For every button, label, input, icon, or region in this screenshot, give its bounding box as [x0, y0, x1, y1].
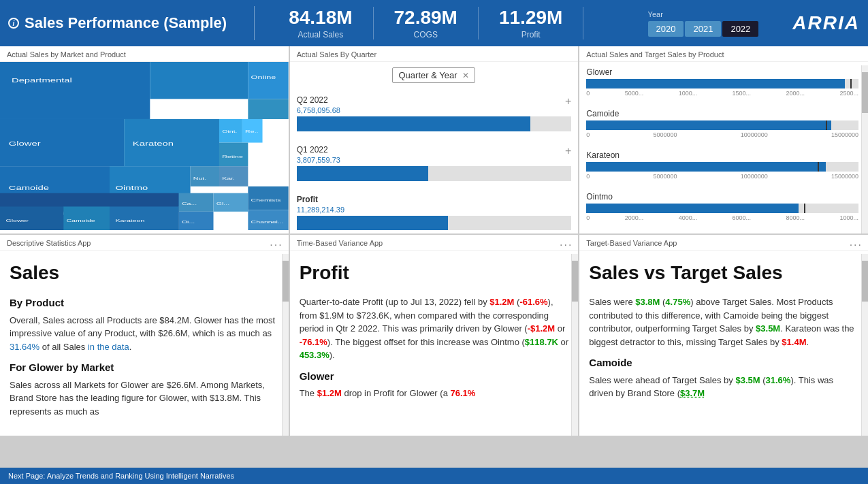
bar-q1-label: Q1 2022 — [297, 145, 572, 155]
bar-q1-fill — [297, 166, 429, 181]
footer: Next Page: Analyze Trends and Ranking Us… — [0, 468, 868, 484]
svg-rect-13 — [248, 99, 288, 119]
product-karateon-track — [586, 162, 858, 172]
descriptive-scroll-thumb — [283, 261, 289, 302]
profit-value: 11,289,214.39 — [297, 206, 572, 214]
treemap-panel: Actual Sales by Market and Product Depar… — [0, 46, 289, 233]
product-ointmo-track — [586, 204, 858, 213]
product-karateon-marker — [818, 162, 819, 172]
descriptive-heading: Sales — [10, 259, 279, 287]
bar-q1-track — [297, 166, 572, 181]
svg-text:Karateon: Karateon — [133, 141, 174, 148]
svg-text:Departmental: Departmental — [12, 77, 72, 84]
bar-q2-value: 6,758,095.68 — [297, 106, 572, 114]
product-chart-content: Glower 05000...1000...1500...2000...2500… — [579, 62, 868, 230]
profit-label: Profit — [297, 195, 572, 204]
descriptive-scrollbar[interactable] — [282, 254, 289, 436]
year-btn-2021[interactable]: 2021 — [685, 21, 721, 37]
bar-q1: Q1 2022 3,807,559.73 + — [297, 145, 572, 181]
variance-glower-para: The $1.2M drop in Profit for Glower (a 7… — [300, 387, 569, 400]
profit-fill — [297, 216, 448, 230]
product-glower-bar — [586, 79, 845, 88]
variance-menu-dots[interactable]: ··· — [560, 239, 573, 251]
product-karateon-name: Karateon — [586, 150, 858, 160]
target-camoide-para: Sales were ahead of Target Sales by $3.5… — [589, 374, 858, 400]
svg-rect-0 — [0, 62, 150, 119]
kpi-cogs-label: COGS — [414, 30, 438, 39]
product-karateon-axis: 050000001000000015000000 — [586, 173, 858, 180]
header: i Sales Performance (Sample) 84.18M Actu… — [0, 0, 868, 46]
kpi-profit: 11.29M Profit — [479, 7, 583, 39]
svg-text:Glower: Glower — [5, 218, 29, 223]
descriptive-panel: Descriptive Statistics App ··· Sales By … — [0, 235, 289, 436]
bar-q2-plus[interactable]: + — [565, 95, 571, 108]
target-para: Sales were $3.8M (4.75%) above Target Sa… — [589, 295, 858, 349]
quarter-filter-tag[interactable]: Quarter & Year ✕ — [392, 67, 475, 83]
quarter-chart-content: Quarter & Year ✕ Q2 2022 6,758,095.68 + — [290, 62, 579, 230]
svg-text:Karateon: Karateon — [115, 218, 144, 223]
descriptive-subheading1: By Product — [10, 295, 279, 311]
profit-track — [297, 216, 572, 230]
arria-logo: ARRIA — [792, 12, 860, 34]
variance-title: Time-Based Variance App — [290, 235, 579, 251]
product-camoide-track — [586, 120, 858, 130]
product-chart-panel: Actual Sales and Target Sales by Product… — [579, 46, 868, 233]
product-ointmo-bar — [586, 204, 799, 213]
product-ointmo-axis: 02000...4000...6000...8000...1000... — [586, 214, 858, 221]
descriptive-title: Descriptive Statistics App — [0, 235, 289, 251]
header-divider — [254, 6, 255, 40]
bar-q2: Q2 2022 6,758,095.68 + — [297, 95, 572, 131]
product-camoide-axis: 050000001000000015000000 — [586, 131, 858, 138]
product-karateon-bar — [586, 162, 826, 172]
descriptive-menu-dots[interactable]: ··· — [270, 239, 283, 251]
svg-text:Camoide: Camoide — [66, 218, 95, 223]
product-glower-marker — [850, 79, 852, 88]
target-title: Target-Based Variance App — [579, 235, 868, 251]
product-chart-title: Actual Sales and Target Sales by Product — [579, 46, 868, 62]
variance-panel: Time-Based Variance App ··· Profit Quart… — [290, 235, 579, 436]
variance-scrollbar[interactable] — [571, 254, 578, 436]
product-glower-track — [586, 79, 858, 88]
treemap-svg: Departmental Online Glower Karateon Oint… — [0, 62, 289, 230]
product-chart-scrollbar[interactable] — [861, 65, 868, 233]
svg-text:Glower: Glower — [9, 141, 41, 148]
kpi-sales-value: 84.18M — [289, 7, 352, 29]
footer-text: Next Page: Analyze Trends and Ranking Us… — [8, 472, 234, 480]
year-filter-label: Year — [648, 10, 759, 18]
year-btn-2022[interactable]: 2022 — [722, 21, 758, 37]
target-menu-dots[interactable]: ··· — [850, 239, 863, 251]
treemap-content: Departmental Online Glower Karateon Oint… — [0, 62, 289, 230]
profit-row: Profit 11,289,214.39 — [297, 195, 572, 230]
product-row-camoide: Camoide 050000001000000015000000 — [586, 109, 858, 138]
treemap-container: Departmental Online Glower Karateon Oint… — [0, 62, 289, 230]
target-heading: Sales vs Target Sales — [589, 259, 858, 287]
svg-text:Camoide: Camoide — [9, 184, 50, 191]
product-chart-scroll-thumb — [862, 72, 868, 113]
variance-content: Profit Quarter-to-date Profit (up to Jul… — [290, 251, 579, 432]
year-filter: Year 2020 2021 2022 — [648, 10, 759, 37]
target-panel: Target-Based Variance App ··· Sales vs T… — [579, 235, 868, 436]
descriptive-content: Sales By Product Overall, Sales across a… — [0, 251, 289, 432]
product-camoide-bar — [586, 120, 831, 130]
svg-rect-2 — [248, 62, 288, 99]
quarter-filter-label: Quarter & Year — [398, 70, 457, 80]
target-scroll-thumb — [862, 261, 868, 302]
target-scrollbar[interactable] — [861, 254, 868, 436]
bar-q2-fill — [297, 116, 530, 131]
product-camoide-marker — [826, 120, 827, 130]
product-ointmo-name: Ointmo — [586, 192, 858, 201]
kpi-cogs: 72.89M COGS — [374, 7, 479, 39]
kpi-profit-value: 11.29M — [499, 7, 562, 29]
target-content: Sales vs Target Sales Sales were $3.8M (… — [579, 251, 868, 432]
svg-text:Ca...: Ca... — [182, 201, 197, 206]
product-row-glower: Glower 05000...1000...1500...2000...2500… — [586, 67, 858, 97]
quarter-filter-close[interactable]: ✕ — [462, 71, 469, 80]
quarter-chart-title: Actual Sales By Quarter — [290, 46, 579, 62]
info-icon: i — [8, 18, 19, 29]
bar-q2-track — [297, 116, 572, 131]
kpi-sales: 84.18M Actual Sales — [268, 7, 373, 39]
svg-text:Oint.: Oint. — [222, 129, 237, 133]
bar-q1-plus[interactable]: + — [565, 145, 571, 157]
year-btn-2020[interactable]: 2020 — [648, 21, 684, 37]
product-glower-name: Glower — [586, 67, 858, 77]
